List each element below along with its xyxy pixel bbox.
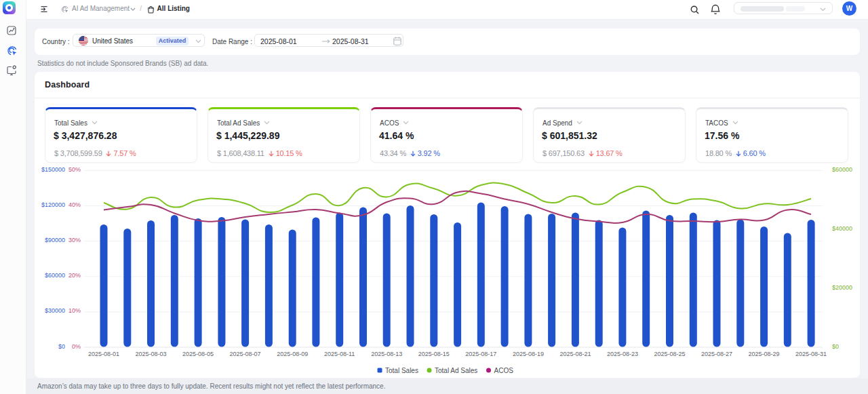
svg-text:20%: 20% — [68, 272, 81, 279]
svg-text:Total Sales: Total Sales — [385, 367, 418, 374]
svg-text:$60000: $60000 — [832, 166, 852, 173]
svg-text:2025-08-11: 2025-08-11 — [324, 351, 355, 357]
svg-text:2025-08-09: 2025-08-09 — [277, 351, 308, 357]
svg-text:30%: 30% — [68, 237, 81, 243]
svg-text:2025-08-21: 2025-08-21 — [559, 351, 591, 357]
svg-text:40%: 40% — [68, 201, 81, 208]
svg-text:2025-08-13: 2025-08-13 — [371, 351, 402, 357]
svg-text:2025-08-17: 2025-08-17 — [465, 351, 496, 357]
svg-text:2025-08-29: 2025-08-29 — [749, 351, 780, 357]
svg-text:$30000: $30000 — [45, 307, 65, 314]
svg-text:$20000: $20000 — [832, 284, 852, 291]
svg-text:$0: $0 — [832, 343, 839, 350]
svg-text:0%: 0% — [72, 343, 81, 350]
svg-text:$60000: $60000 — [45, 272, 65, 279]
svg-text:$0: $0 — [58, 343, 65, 350]
svg-text:50%: 50% — [68, 166, 81, 173]
svg-text:$150000: $150000 — [41, 166, 65, 173]
svg-text:2025-08-07: 2025-08-07 — [230, 351, 261, 357]
svg-text:$90000: $90000 — [45, 237, 65, 243]
svg-text:2025-08-15: 2025-08-15 — [418, 351, 450, 357]
svg-text:10%: 10% — [68, 307, 81, 314]
svg-text:2025-08-27: 2025-08-27 — [701, 351, 732, 357]
svg-text:2025-08-03: 2025-08-03 — [135, 351, 166, 357]
svg-text:2025-08-01: 2025-08-01 — [88, 351, 119, 357]
svg-text:2025-08-23: 2025-08-23 — [607, 351, 638, 357]
svg-text:Total Ad Sales: Total Ad Sales — [435, 367, 477, 374]
svg-text:$40000: $40000 — [832, 225, 852, 232]
svg-text:2025-08-31: 2025-08-31 — [795, 351, 827, 357]
svg-text:2025-08-05: 2025-08-05 — [182, 351, 214, 357]
svg-text:ACOS: ACOS — [494, 367, 514, 374]
svg-text:2025-08-19: 2025-08-19 — [513, 351, 544, 357]
svg-text:$120000: $120000 — [41, 201, 65, 208]
svg-text:2025-08-25: 2025-08-25 — [654, 351, 685, 357]
